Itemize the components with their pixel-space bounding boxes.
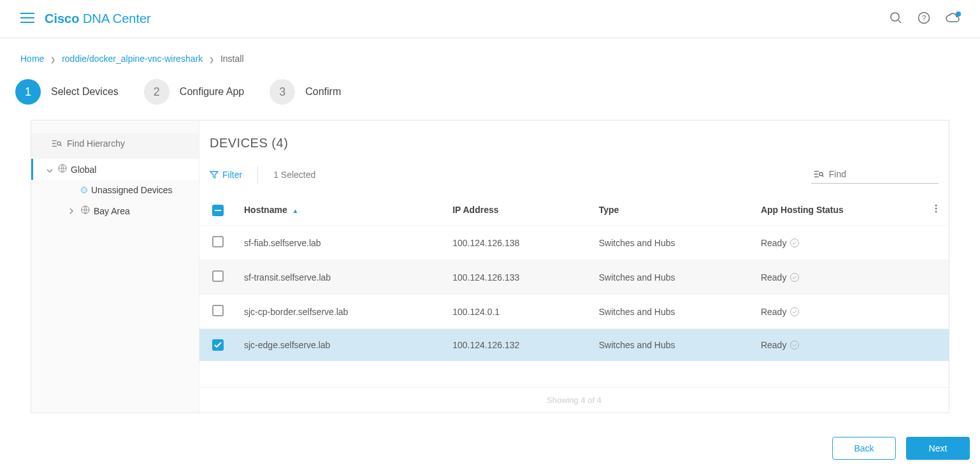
- check-circle-icon: [790, 239, 799, 247]
- row-checkbox[interactable]: [212, 305, 224, 316]
- chevron-right-icon: ❯: [50, 56, 55, 63]
- cell-type: Switches and Hubs: [589, 329, 751, 362]
- row-checkbox[interactable]: [212, 339, 224, 351]
- cell-type: Switches and Hubs: [589, 260, 751, 295]
- col-ip[interactable]: IP Address: [442, 194, 589, 226]
- stepper: 1 Select Devices 2 Configure App 3 Confi…: [0, 74, 980, 120]
- tree-item-bay-area[interactable]: Bay Area: [54, 200, 199, 221]
- top-icons: ?: [890, 11, 960, 26]
- svg-point-10: [935, 211, 937, 213]
- cell-ip: 100.124.126.132: [442, 329, 589, 362]
- svg-point-8: [935, 205, 937, 207]
- svg-rect-7: [215, 210, 221, 211]
- tree-item-global[interactable]: Global: [31, 159, 199, 180]
- col-hostname[interactable]: Hostname ▲: [234, 194, 442, 226]
- breadcrumb-home[interactable]: Home: [20, 54, 44, 64]
- chevron-right-icon: [69, 206, 77, 216]
- list-search-icon: [52, 139, 62, 148]
- step-label: Confirm: [305, 86, 341, 98]
- tree-item-label: Global: [71, 165, 96, 175]
- select-all-checkbox[interactable]: [212, 205, 224, 216]
- step-circle: 1: [15, 79, 41, 105]
- devices-toolbar: Filter 1 Selected: [199, 163, 949, 194]
- breadcrumb-current: Install: [220, 54, 244, 64]
- svg-point-0: [891, 13, 899, 21]
- row-checkbox[interactable]: [212, 236, 224, 247]
- kebab-icon[interactable]: [935, 205, 937, 215]
- list-search-icon: [814, 170, 824, 179]
- globe-icon: [58, 164, 67, 175]
- table-row[interactable]: sf-fiab.selfserve.lab100.124.126.138Swit…: [199, 226, 949, 260]
- filter-icon: [210, 170, 219, 179]
- cell-status: Ready: [751, 260, 923, 295]
- find-input[interactable]: [829, 169, 936, 179]
- content-panel: Global Unassigned Devices Bay Area: [31, 120, 949, 413]
- step-confirm[interactable]: 3 Confirm: [270, 79, 341, 105]
- filter-button[interactable]: Filter: [210, 170, 242, 180]
- breadcrumb-mid[interactable]: roddie/docker_alpine-vnc-wireshark: [62, 54, 203, 64]
- step-label: Select Devices: [51, 86, 119, 98]
- radio-icon: [81, 187, 87, 193]
- table-footer: Showing 4 of 4: [199, 387, 949, 413]
- hamburger-icon[interactable]: [20, 13, 34, 25]
- cell-type: Switches and Hubs: [589, 226, 751, 260]
- step-circle: 2: [144, 79, 169, 105]
- cell-status: Ready: [751, 329, 923, 362]
- hierarchy-search-input[interactable]: [67, 138, 189, 149]
- row-checkbox[interactable]: [212, 270, 224, 282]
- hierarchy-sidebar: Global Unassigned Devices Bay Area: [31, 121, 199, 413]
- check-circle-icon: [790, 341, 799, 349]
- hierarchy-tree: Global Unassigned Devices Bay Area: [31, 159, 199, 221]
- col-status[interactable]: App Hosting Status: [751, 194, 923, 226]
- cell-ip: 100.124.126.133: [442, 260, 589, 295]
- svg-point-6: [819, 172, 823, 175]
- svg-text:?: ?: [922, 14, 926, 22]
- cell-status: Ready: [751, 295, 923, 329]
- col-type[interactable]: Type: [589, 194, 751, 226]
- chevron-down-icon: [47, 165, 54, 175]
- devices-main: DEVICES (4) Filter 1 Selected: [199, 121, 949, 413]
- brand-logo[interactable]: Cisco DNA Center: [45, 11, 151, 26]
- next-button[interactable]: Next: [906, 437, 970, 460]
- table-row[interactable]: sjc-cp-border.selfserve.lab100.124.0.1Sw…: [199, 295, 949, 329]
- cell-status: Ready: [751, 226, 923, 260]
- divider: [257, 166, 258, 184]
- brand-cisco: Cisco: [45, 11, 79, 26]
- svg-point-3: [57, 142, 61, 145]
- sort-asc-icon: ▲: [292, 207, 299, 214]
- table-row[interactable]: sf-transit.selfserve.lab100.124.126.133S…: [199, 260, 949, 295]
- back-button[interactable]: Back: [832, 437, 896, 460]
- step-configure-app[interactable]: 2 Configure App: [144, 79, 244, 105]
- devices-title: DEVICES (4): [199, 133, 949, 163]
- filter-label: Filter: [222, 170, 242, 180]
- cell-hostname: sf-transit.selfserve.lab: [234, 260, 442, 295]
- table-row[interactable]: sjc-edge.selfserve.lab100.124.126.132Swi…: [199, 329, 949, 362]
- cell-hostname: sf-fiab.selfserve.lab: [234, 226, 442, 260]
- tree-item-label: Bay Area: [94, 206, 130, 216]
- tree-item-label: Unassigned Devices: [91, 185, 173, 195]
- svg-point-9: [935, 208, 937, 210]
- cloud-icon[interactable]: [946, 13, 960, 25]
- cell-ip: 100.124.0.1: [442, 295, 589, 329]
- building-icon: [81, 205, 90, 216]
- top-header: Cisco DNA Center ?: [0, 0, 980, 38]
- chevron-right-icon: ❯: [209, 56, 214, 63]
- step-label: Configure App: [180, 86, 244, 98]
- cell-hostname: sjc-edge.selfserve.lab: [234, 329, 442, 362]
- cell-hostname: sjc-cp-border.selfserve.lab: [234, 295, 442, 329]
- breadcrumb: Home ❯ roddie/docker_alpine-vnc-wireshar…: [0, 38, 980, 74]
- cell-type: Switches and Hubs: [589, 295, 751, 329]
- devices-table: Hostname ▲ IP Address Type App Hosting S…: [199, 194, 949, 361]
- check-circle-icon: [790, 273, 799, 282]
- tree-item-unassigned[interactable]: Unassigned Devices: [54, 180, 199, 200]
- step-select-devices[interactable]: 1 Select Devices: [15, 79, 119, 105]
- bottom-nav: Back Next: [832, 437, 970, 460]
- find-box[interactable]: [811, 166, 939, 184]
- help-icon[interactable]: ?: [918, 11, 930, 26]
- selected-count: 1 Selected: [273, 170, 315, 180]
- cell-ip: 100.124.126.138: [442, 226, 589, 260]
- search-icon[interactable]: [890, 11, 902, 26]
- hierarchy-search[interactable]: [31, 133, 199, 159]
- notification-dot: [956, 11, 961, 17]
- brand-dna: DNA Center: [83, 11, 151, 26]
